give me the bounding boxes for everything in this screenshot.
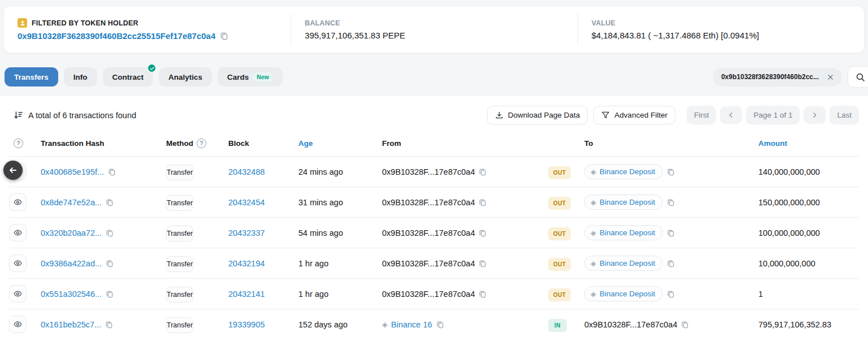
copy-hash-button[interactable] — [106, 198, 114, 206]
help-icon[interactable]: ? — [14, 139, 23, 148]
search-button[interactable] — [848, 66, 868, 88]
direction-badge: OUT — [548, 288, 571, 301]
copy-to-button[interactable] — [667, 198, 675, 206]
from-address-link[interactable]: ◈Binance 16 — [382, 320, 432, 329]
preview-eye-button[interactable] — [9, 285, 27, 303]
block-link[interactable]: 20432194 — [228, 259, 265, 268]
tab-analytics[interactable]: Analytics — [159, 67, 212, 87]
table-header-row: ? Transaction Hash Method ? Block Age Fr… — [9, 130, 859, 156]
back-button[interactable] — [3, 161, 23, 180]
tx-hash-link[interactable]: 0x551a302546... — [41, 290, 102, 299]
preview-eye-button[interactable] — [9, 224, 27, 241]
preview-eye-button[interactable] — [9, 193, 27, 211]
balance-value: 395,917,106,351.83 PEPE — [305, 31, 563, 40]
preview-eye-button[interactable] — [9, 316, 27, 333]
chevron-left-icon — [727, 111, 735, 119]
to-address-link[interactable]: ◈Binance Deposit — [584, 286, 663, 301]
filter-funnel-icon — [601, 111, 610, 119]
to-address-link[interactable]: ◈Binance Deposit — [584, 164, 663, 179]
tx-hash-link[interactable]: 0x9386a422ad... — [41, 259, 102, 268]
arrow-left-icon — [8, 166, 18, 175]
eye-icon — [14, 228, 22, 237]
value-value: $4,184,843.81 ( ~1,317.4868 Eth) [0.0941… — [592, 31, 850, 40]
prev-page-button[interactable] — [720, 106, 742, 124]
eye-icon — [14, 290, 22, 298]
block-link[interactable]: 20432141 — [228, 290, 265, 299]
binance-icon: ◈ — [591, 260, 596, 267]
copy-address-button[interactable] — [220, 32, 228, 40]
age-cell: 54 mins ago — [296, 228, 381, 238]
method-badge: Transfer — [166, 256, 193, 272]
copy-from-button[interactable] — [479, 198, 487, 206]
block-link[interactable]: 20432337 — [228, 228, 265, 238]
header-age[interactable]: Age — [296, 139, 381, 148]
cards-new-badge: New — [253, 72, 273, 81]
download-page-data-button[interactable]: Download Page Data — [487, 106, 588, 124]
copy-to-button[interactable] — [667, 168, 675, 176]
header-transaction-hash: Transaction Hash — [36, 139, 163, 148]
next-page-button[interactable] — [804, 106, 826, 124]
header-amount[interactable]: Amount — [754, 139, 859, 148]
copy-hash-button[interactable] — [108, 168, 116, 176]
copy-to-button[interactable] — [681, 321, 689, 329]
transfers-table: ? Transaction Hash Method ? Block Age Fr… — [0, 128, 868, 339]
block-link[interactable]: 20432454 — [228, 198, 265, 207]
copy-from-button[interactable] — [479, 290, 487, 298]
header-method: Method — [166, 139, 193, 148]
to-address-link[interactable]: ◈Binance Deposit — [584, 256, 663, 271]
download-icon — [495, 111, 504, 119]
tab-cards[interactable]: Cards New — [218, 67, 283, 87]
copy-from-button[interactable] — [479, 229, 487, 237]
tab-transfers[interactable]: Transfers — [5, 67, 58, 87]
tab-contract[interactable]: Contract — [103, 67, 154, 87]
amount-cell: 1 — [754, 290, 859, 299]
copy-hash-button[interactable] — [106, 260, 114, 267]
tab-info[interactable]: Info — [64, 67, 97, 87]
last-page-button[interactable]: Last — [830, 106, 859, 124]
copy-hash-button[interactable] — [106, 290, 114, 298]
copy-from-button[interactable] — [479, 260, 487, 267]
table-row: 0x161beb25c7... Transfer 19339905 152 da… — [9, 309, 859, 339]
tx-hash-link[interactable]: 0x161beb25c7... — [41, 320, 101, 329]
first-page-button[interactable]: First — [687, 106, 716, 124]
copy-hash-button[interactable] — [106, 229, 114, 237]
copy-from-button[interactable] — [479, 168, 487, 176]
eye-icon — [14, 198, 22, 206]
advanced-filter-button[interactable]: Advanced Filter — [593, 106, 675, 124]
to-address: 0x9B10328F...17e87c0a4 — [584, 320, 677, 329]
address-filter-chip[interactable]: 0x9b10328f3628390f460b2cc... — [713, 68, 842, 87]
holder-address-link[interactable]: 0x9B10328F3628390f460B2cc25515Fef17e87c0… — [18, 31, 215, 41]
table-row: 0x320b20aa72... Transfer 20432337 54 min… — [9, 217, 859, 248]
method-badge: Transfer — [166, 195, 193, 211]
method-badge: Transfer — [166, 287, 193, 303]
tx-hash-link[interactable]: 0x8de747e52a... — [41, 198, 102, 207]
tx-hash-link[interactable]: 0x320b20aa72... — [41, 228, 102, 238]
filtered-by-label: FILTERED BY TOKEN HOLDER — [32, 19, 138, 27]
method-badge: Transfer — [166, 165, 193, 180]
block-link[interactable]: 20432488 — [228, 167, 265, 176]
total-transactions-text: A total of 6 transactions found — [28, 111, 136, 120]
copy-to-button[interactable] — [667, 229, 675, 237]
token-holder-summary-card: FILTERED BY TOKEN HOLDER 0x9B10328F36283… — [3, 6, 865, 53]
binance-icon: ◈ — [591, 198, 596, 206]
to-address-link[interactable]: ◈Binance Deposit — [584, 225, 663, 240]
direction-badge: OUT — [548, 227, 571, 240]
copy-to-button[interactable] — [667, 290, 675, 298]
balance-section: BALANCE 395,917,106,351.83 PEPE — [290, 14, 577, 45]
to-address-link[interactable]: ◈Binance Deposit — [584, 195, 663, 210]
copy-from-button[interactable] — [436, 321, 444, 329]
transfers-panel: A total of 6 transactions found Download… — [0, 95, 868, 341]
copy-to-button[interactable] — [667, 260, 675, 267]
method-help-icon[interactable]: ? — [197, 139, 206, 148]
copy-hash-button[interactable] — [105, 321, 113, 329]
age-cell: 1 hr ago — [296, 290, 381, 299]
block-link[interactable]: 19339905 — [228, 320, 265, 329]
header-to: To — [584, 139, 754, 148]
clear-filter-button[interactable] — [826, 72, 835, 82]
amount-cell: 140,000,000,000 — [754, 167, 859, 176]
eye-icon — [14, 259, 22, 267]
preview-eye-button[interactable] — [9, 254, 27, 272]
sort-icon — [14, 110, 23, 120]
tx-hash-link[interactable]: 0x400685e195f... — [41, 167, 104, 176]
method-badge: Transfer — [166, 226, 193, 241]
